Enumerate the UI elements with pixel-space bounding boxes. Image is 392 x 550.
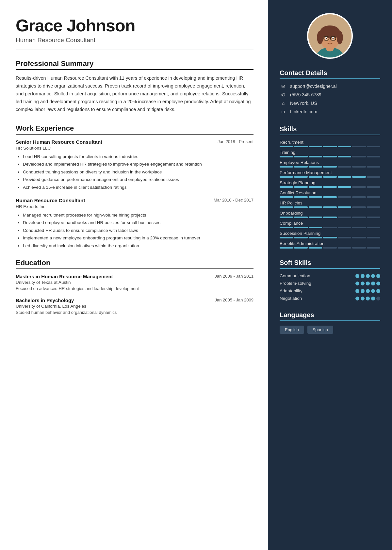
- edu-date-1: Jan 2005 - Jan 2009: [215, 298, 253, 302]
- skill-row-7: Onboarding: [280, 211, 380, 218]
- skill-seg: [294, 146, 307, 147]
- skill-name-5: Conflict Resolution: [280, 190, 380, 195]
- skill-row-9: Succession Planning: [280, 231, 380, 238]
- skill-bars-5: [280, 196, 380, 198]
- skill-seg: [309, 247, 322, 249]
- skill-name-2: Employee Relations: [280, 160, 380, 165]
- summary-section: Professional Summary Results-driven Huma…: [16, 59, 253, 114]
- skill-seg: [352, 146, 366, 147]
- dot: [366, 297, 370, 300]
- soft-skill-dots-1: [355, 282, 380, 285]
- skill-seg: [280, 176, 293, 178]
- skill-seg: [294, 247, 307, 249]
- skill-row-1: Training: [280, 150, 380, 157]
- job-title-1: Human Resource Consultant: [16, 198, 85, 203]
- skill-name-6: HR Policies: [280, 201, 380, 205]
- languages-list: EnglishSpanish: [280, 326, 380, 334]
- skill-row-5: Conflict Resolution: [280, 190, 380, 198]
- linkedin-value: LinkedIn.com: [290, 109, 317, 114]
- header-divider: [16, 50, 253, 50]
- skill-seg: [338, 206, 351, 208]
- dot: [361, 297, 365, 300]
- bullet: Provided guidance on performance managem…: [23, 176, 253, 183]
- edu-entry-0: Masters in Human Resource Management Jan…: [16, 274, 253, 291]
- soft-skill-row-2: Adaptability: [280, 288, 380, 293]
- dot: [361, 289, 365, 293]
- dot: [361, 274, 365, 278]
- skill-bars-10: [280, 247, 380, 249]
- education-list: Masters in Human Resource Management Jan…: [16, 274, 253, 315]
- phone-value: (555) 345-6789: [290, 92, 321, 97]
- skill-seg: [352, 196, 366, 198]
- skill-row-0: Recruitment: [280, 140, 380, 147]
- skill-seg: [338, 217, 351, 218]
- skill-seg: [294, 176, 307, 178]
- skill-seg: [323, 217, 336, 218]
- dot: [366, 282, 370, 285]
- skill-seg: [323, 196, 336, 198]
- dot: [355, 289, 359, 293]
- skill-seg: [367, 166, 380, 168]
- skill-seg: [352, 217, 366, 218]
- skill-bars-1: [280, 156, 380, 157]
- skill-name-0: Recruitment: [280, 140, 380, 145]
- soft-skill-dots-3: [355, 297, 380, 300]
- skill-seg: [309, 206, 322, 208]
- dot: [366, 289, 370, 293]
- soft-skills-section: Soft Skills Communication Problem-solvin…: [268, 259, 392, 303]
- job-date-0: Jan 2018 - Present: [218, 139, 253, 144]
- skill-seg: [338, 237, 351, 238]
- location-icon: ⌂: [280, 101, 287, 106]
- skill-seg: [323, 206, 336, 208]
- skill-seg: [309, 227, 322, 228]
- summary-text: Results-driven Human Resource Consultant…: [16, 74, 253, 114]
- dot: [376, 274, 380, 278]
- skill-seg: [367, 156, 380, 157]
- skill-seg: [323, 146, 336, 147]
- contact-section: Contact Details ✉ support@cvdesigner.ai …: [268, 69, 392, 118]
- skill-seg: [367, 206, 380, 208]
- skill-row-2: Employee Relations: [280, 160, 380, 168]
- skill-seg: [280, 186, 293, 188]
- bullet: Conducted HR audits to ensure compliance…: [23, 227, 253, 234]
- dot: [366, 274, 370, 278]
- skill-seg: [338, 227, 351, 228]
- email-item: ✉ support@cvdesigner.ai: [280, 84, 380, 89]
- skill-bars-4: [280, 186, 380, 188]
- edu-title-0: Masters in Human Resource Management: [16, 274, 113, 279]
- svg-point-14: [333, 38, 334, 39]
- skill-seg: [309, 186, 322, 188]
- skill-seg: [294, 166, 307, 168]
- dot: [371, 282, 375, 285]
- skill-seg: [323, 237, 336, 238]
- dot: [376, 297, 380, 300]
- linkedin-icon: in: [280, 109, 287, 114]
- skill-name-7: Onboarding: [280, 211, 380, 216]
- skill-row-3: Performance Management: [280, 170, 380, 178]
- skill-seg: [309, 156, 322, 157]
- soft-skill-name-0: Communication: [280, 273, 310, 278]
- skill-seg: [367, 237, 380, 238]
- person-name: Grace Johnson: [16, 16, 253, 35]
- dot: [376, 289, 380, 293]
- skill-seg: [323, 247, 336, 249]
- bullet: Implemented a new employee onboarding pr…: [23, 235, 253, 242]
- skill-seg: [309, 166, 322, 168]
- skill-bars-0: [280, 146, 380, 147]
- job-company-1: HR Experts Inc.: [16, 204, 253, 209]
- job-bullets-1: Managed recruitment processes for high-v…: [16, 212, 253, 250]
- contact-title: Contact Details: [280, 69, 380, 79]
- skill-seg: [280, 156, 293, 157]
- name-block: Grace Johnson Human Resource Consultant: [16, 16, 253, 44]
- skill-row-10: Benefits Administration: [280, 241, 380, 249]
- summary-title: Professional Summary: [16, 59, 253, 70]
- soft-skill-row-1: Problem-solving: [280, 281, 380, 286]
- skill-seg: [294, 206, 307, 208]
- skill-seg: [280, 196, 293, 198]
- left-panel: Grace Johnson Human Resource Consultant …: [0, 0, 268, 550]
- experience-section: Work Experience Senior Human Resource Co…: [16, 124, 253, 250]
- edu-desc-0: Focused on advanced HR strategies and le…: [16, 286, 253, 291]
- edu-entry-1: Bachelors in Psychology Jan 2005 - Jan 2…: [16, 298, 253, 315]
- bullet: Lead HR consulting projects for clients …: [23, 153, 253, 160]
- skill-seg: [338, 146, 351, 147]
